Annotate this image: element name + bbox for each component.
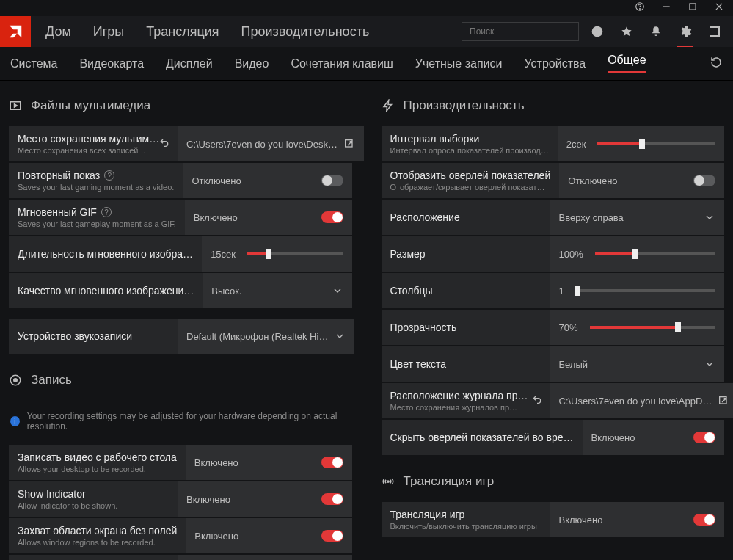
record-desktop-toggle[interactable] xyxy=(321,457,343,468)
record-info-line: i Your recording settings may be adjuste… xyxy=(9,401,352,445)
log-path-cell[interactable]: C:\Users\7even do you love\AppD… xyxy=(550,383,734,418)
search-input[interactable] xyxy=(468,26,581,37)
region-capture-toggle[interactable] xyxy=(321,530,343,542)
window-chrome xyxy=(0,0,733,16)
tab-accounts[interactable]: Учетные записи xyxy=(415,57,503,70)
row-gif-quality: Качество мгновенного изображени… Высок. xyxy=(9,273,352,308)
star-icon[interactable] xyxy=(620,25,633,38)
reset-icon[interactable] xyxy=(710,56,723,72)
section-media-header: Файлы мультимедиа xyxy=(9,98,352,113)
row-overlay-opacity: Прозрачность 70% xyxy=(382,310,725,345)
row-gif-duration: Длительность мгновенного изобра… 15сек xyxy=(9,236,352,272)
tab-video[interactable]: Видео xyxy=(235,57,269,70)
record-profile-select[interactable]: Средний xyxy=(178,555,352,560)
replay-sub: Saves your last gaming moment as a video… xyxy=(18,183,174,192)
record-desktop-sub: Allows your desktop to be recorded. xyxy=(18,465,177,473)
svg-point-12 xyxy=(14,379,18,382)
nav-home[interactable]: Дом xyxy=(45,24,71,40)
help-icon[interactable]: ? xyxy=(104,170,114,181)
help-icon[interactable]: ? xyxy=(101,207,112,217)
gif-title: Мгновенный GIF? xyxy=(18,206,176,218)
sample-sub: Интервал опроса показателей производ… xyxy=(390,146,549,155)
undo-icon[interactable] xyxy=(153,137,170,148)
section-stream-header: Трансляция игр xyxy=(382,474,725,489)
show-indicator-toggle[interactable] xyxy=(321,493,343,505)
overlay-position-select[interactable]: Вверху справа xyxy=(550,200,725,235)
settings-subnav: Система Видеокарта Дисплей Видео Сочетан… xyxy=(0,47,733,81)
row-record-desktop: Записать видео с рабочего стола Allows y… xyxy=(9,445,352,480)
row-region-capture: Захват области экрана без полей Allows w… xyxy=(9,518,352,553)
media-save-path: C:\Users\7even do you love\Desk… xyxy=(186,139,338,150)
gif-duration-value: 15сек xyxy=(211,249,236,260)
minimize-icon[interactable] xyxy=(661,1,671,15)
nav-stream[interactable]: Трансляция xyxy=(146,24,219,40)
gif-quality-title: Качество мгновенного изображени… xyxy=(18,285,194,297)
hide-overlay-toggle[interactable] xyxy=(693,432,715,443)
section-perf-header: Производительность xyxy=(382,98,725,113)
row-record-profile: Профиль записи Средний xyxy=(9,555,352,560)
open-folder-icon[interactable] xyxy=(338,138,355,150)
record-desktop-title: Записать видео с рабочего стола xyxy=(18,451,177,463)
stream-icon xyxy=(382,475,395,488)
overlay-sub: Отображает/скрывает оверлей показат… xyxy=(390,183,551,192)
media-save-title: Место сохранения мультим… xyxy=(18,133,169,145)
tab-display[interactable]: Дисплей xyxy=(166,57,213,70)
svg-rect-3 xyxy=(690,4,696,10)
row-log-location: Расположение журнала пр… Место сохранени… xyxy=(382,383,725,418)
stream-toggle[interactable] xyxy=(693,514,715,526)
stream-sub: Включить/выключить трансляцию игры xyxy=(390,522,541,531)
sample-value: 2сек xyxy=(566,139,586,150)
text-color-select[interactable]: Белый xyxy=(550,346,725,382)
col-right: Производительность Интервал выборки Инте… xyxy=(382,98,725,560)
row-overlay-position: Расположение Вверху справа xyxy=(382,200,725,235)
nav-games[interactable]: Игры xyxy=(93,24,124,40)
nav-performance[interactable]: Производительность xyxy=(241,24,370,40)
stream-title: Трансляция игр xyxy=(390,509,541,520)
chevron-down-icon xyxy=(698,211,715,223)
bolt-icon xyxy=(382,99,395,112)
bell-icon[interactable] xyxy=(649,25,663,38)
web-icon[interactable] xyxy=(591,25,604,38)
gif-duration-slider[interactable] xyxy=(247,252,343,255)
info-icon: i xyxy=(10,416,20,426)
audio-device-select[interactable]: Default (Микрофон (Realtek Hi… xyxy=(178,319,354,354)
maximize-icon[interactable] xyxy=(688,1,698,15)
chevron-down-icon xyxy=(698,358,715,370)
tab-general[interactable]: Общее xyxy=(608,54,646,73)
row-audio-device: Устройство звукозаписи Default (Микрофон… xyxy=(9,319,352,354)
tab-gpu[interactable]: Видеокарта xyxy=(79,57,144,70)
gif-value: Включено xyxy=(194,212,321,223)
row-show-indicator: Show Indicator Allow indicator to be sho… xyxy=(9,481,352,517)
undo-icon[interactable] xyxy=(525,393,543,405)
open-folder-icon[interactable] xyxy=(712,395,729,407)
help-icon[interactable] xyxy=(635,1,645,15)
replay-toggle[interactable] xyxy=(321,175,343,186)
row-media-save-location: Место сохранения мультим… Место сохранен… xyxy=(9,126,352,161)
gif-quality-select[interactable]: Высок. xyxy=(203,273,351,308)
row-replay: Повторный показ? Saves your last gaming … xyxy=(9,163,352,198)
row-overlay-columns: Столбцы 1 xyxy=(382,273,725,308)
chevron-down-icon xyxy=(328,330,346,342)
gif-sub: Saves your last gameplay moment as a GIF… xyxy=(18,219,176,228)
media-save-path-cell[interactable]: C:\Users\7even do you love\Desk… xyxy=(178,126,364,161)
row-overlay-size: Размер 100% xyxy=(382,236,725,272)
gif-toggle[interactable] xyxy=(321,211,343,223)
close-icon[interactable] xyxy=(714,1,724,15)
search-box[interactable] xyxy=(462,22,579,41)
region-capture-sub: Allows window regions to be recorded. xyxy=(18,538,177,547)
row-metrics-overlay: Отобразить оверлей показателей Отображае… xyxy=(382,163,725,198)
overlay-toggle[interactable] xyxy=(693,175,715,186)
size-slider[interactable] xyxy=(595,252,715,255)
tab-hotkeys[interactable]: Сочетания клавиш xyxy=(291,57,393,70)
expand-icon[interactable] xyxy=(708,25,721,38)
amd-logo[interactable] xyxy=(0,16,31,47)
top-bar: Дом Игры Трансляция Производительность xyxy=(0,16,733,47)
top-icons xyxy=(579,25,733,38)
tab-devices[interactable]: Устройства xyxy=(524,57,586,70)
columns-slider[interactable] xyxy=(576,289,715,292)
tab-system[interactable]: Система xyxy=(10,57,57,70)
main-nav: Дом Игры Трансляция Производительность xyxy=(31,24,369,40)
gear-icon[interactable] xyxy=(679,25,692,38)
opacity-slider[interactable] xyxy=(590,326,715,329)
sample-slider[interactable] xyxy=(597,142,715,145)
